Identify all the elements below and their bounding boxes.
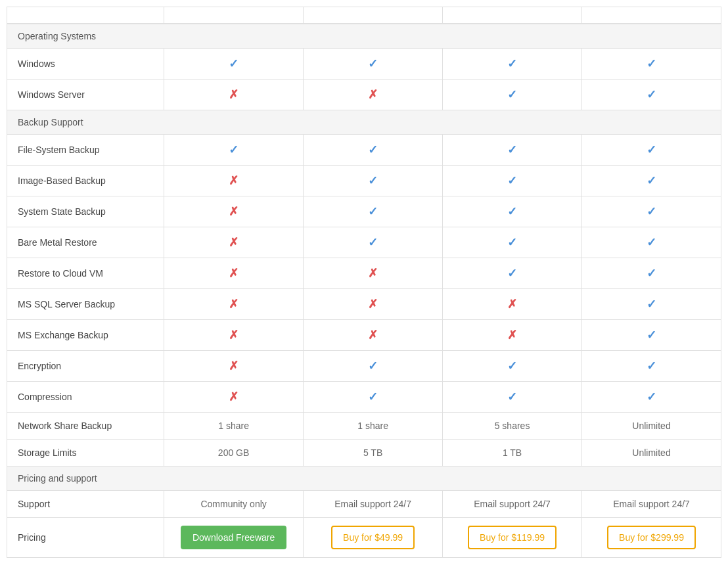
feature-row: SupportCommunity onlyEmail support 24/7E… <box>7 491 721 518</box>
feature-cell-0: 200 GB <box>164 440 304 467</box>
cross-icon: ✗ <box>507 298 517 311</box>
feature-row: Compression✗✓✓✓ <box>7 382 721 413</box>
header-windows-server <box>443 7 582 24</box>
cell-text: 5 TB <box>363 447 382 458</box>
cross-icon: ✗ <box>229 205 239 218</box>
check-icon: ✓ <box>647 174 656 187</box>
feature-cell-0: 1 share <box>164 413 304 440</box>
feature-cell-2: ✓ <box>443 49 582 80</box>
feature-label: Storage Limits <box>7 440 164 467</box>
check-icon: ✓ <box>368 390 378 403</box>
feature-cell-1: ✓ <box>304 196 443 227</box>
feature-cell-3: ✓ <box>582 351 721 382</box>
cell-text: 1 share <box>357 421 388 431</box>
feature-cell-2: ✗ <box>443 320 582 351</box>
download-freeware-button[interactable]: Download Freeware <box>181 526 286 549</box>
feature-cell-0: ✗ <box>164 382 304 413</box>
pricing-row: PricingDownload FreewareBuy for $49.99Bu… <box>7 518 721 558</box>
feature-cell-1: Email support 24/7 <box>304 491 443 518</box>
feature-cell-1: ✗ <box>304 80 443 110</box>
feature-cell-1: ✗ <box>304 258 443 289</box>
section-header-label: Pricing and support <box>7 467 721 491</box>
feature-cell-0: ✓ <box>164 135 304 166</box>
cell-text: Unlimited <box>632 447 670 458</box>
section-header-label: Operating Systems <box>7 24 721 49</box>
feature-row: Bare Metal Restore✗✓✓✓ <box>7 227 721 258</box>
feature-cell-2: ✓ <box>443 196 582 227</box>
check-icon: ✓ <box>647 298 656 311</box>
pricing-cell-3: Buy for $299.99 <box>582 518 721 558</box>
check-icon: ✓ <box>368 359 378 373</box>
feature-cell-2: 1 TB <box>443 440 582 467</box>
feature-cell-3: Email support 24/7 <box>582 491 721 518</box>
feature-row: Restore to Cloud VM✗✗✓✓ <box>7 258 721 289</box>
feature-label: Restore to Cloud VM <box>7 258 164 289</box>
feature-label: Image-Based Backup <box>7 166 164 196</box>
feature-label: File-System Backup <box>7 135 164 166</box>
feature-cell-1: ✓ <box>304 166 443 196</box>
feature-cell-2: ✗ <box>443 289 582 320</box>
feature-cell-1: ✓ <box>304 382 443 413</box>
cell-text: 1 share <box>218 421 249 431</box>
check-icon: ✓ <box>647 57 656 70</box>
check-icon: ✓ <box>647 88 656 101</box>
cross-icon: ✗ <box>368 298 378 311</box>
feature-row: Encryption✗✓✓✓ <box>7 351 721 382</box>
check-icon: ✓ <box>507 143 517 156</box>
check-icon: ✓ <box>507 236 517 249</box>
feature-label: MS SQL Server Backup <box>7 289 164 320</box>
cell-text: Email support 24/7 <box>474 499 551 509</box>
feature-cell-2: ✓ <box>443 135 582 166</box>
check-icon: ✓ <box>368 57 378 70</box>
check-icon: ✓ <box>647 205 656 218</box>
check-icon: ✓ <box>647 143 656 156</box>
feature-cell-3: ✓ <box>582 196 721 227</box>
feature-cell-1: ✗ <box>304 320 443 351</box>
feature-label: MS Exchange Backup <box>7 320 164 351</box>
check-icon: ✓ <box>647 236 656 249</box>
cross-icon: ✗ <box>368 267 378 280</box>
feature-cell-2: 5 shares <box>443 413 582 440</box>
cell-text: 5 shares <box>495 421 530 431</box>
feature-cell-3: ✓ <box>582 49 721 80</box>
feature-cell-1: ✗ <box>304 289 443 320</box>
cross-icon: ✗ <box>229 298 239 311</box>
feature-cell-3: Unlimited <box>582 440 721 467</box>
check-icon: ✓ <box>647 267 656 280</box>
comparison-table: Operating SystemsWindows✓✓✓✓Windows Serv… <box>7 7 721 558</box>
feature-cell-0: ✗ <box>164 351 304 382</box>
feature-cell-1: 1 share <box>304 413 443 440</box>
feature-cell-3: Unlimited <box>582 413 721 440</box>
pricing-cell-1: Buy for $49.99 <box>304 518 443 558</box>
feature-label: System State Backup <box>7 196 164 227</box>
feature-cell-2: ✓ <box>443 258 582 289</box>
feature-row: File-System Backup✓✓✓✓ <box>7 135 721 166</box>
feature-cell-2: ✓ <box>443 166 582 196</box>
buy-button-2[interactable]: Buy for $119.99 <box>468 526 557 549</box>
feature-row: MS SQL Server Backup✗✗✗✓ <box>7 289 721 320</box>
feature-row: Network Share Backup1 share1 share5 shar… <box>7 413 721 440</box>
header-windows-free <box>164 7 304 24</box>
cross-icon: ✗ <box>229 390 239 403</box>
check-icon: ✓ <box>647 359 656 373</box>
feature-cell-3: ✓ <box>582 289 721 320</box>
cross-icon: ✗ <box>229 267 239 280</box>
feature-cell-0: ✓ <box>164 49 304 80</box>
feature-cell-0: ✗ <box>164 320 304 351</box>
feature-cell-3: ✓ <box>582 80 721 110</box>
check-icon: ✓ <box>368 143 378 156</box>
feature-label: Pricing <box>7 518 164 558</box>
feature-cell-1: 5 TB <box>304 440 443 467</box>
cross-icon: ✗ <box>229 329 239 342</box>
cross-icon: ✗ <box>229 88 239 101</box>
feature-cell-0: Community only <box>164 491 304 518</box>
buy-button-3[interactable]: Buy for $299.99 <box>607 526 696 549</box>
feature-cell-1: ✓ <box>304 351 443 382</box>
feature-cell-3: ✓ <box>582 135 721 166</box>
check-icon: ✓ <box>507 390 517 403</box>
feature-cell-0: ✗ <box>164 166 304 196</box>
feature-cell-0: ✗ <box>164 196 304 227</box>
buy-button-1[interactable]: Buy for $49.99 <box>331 526 415 549</box>
feature-cell-2: ✓ <box>443 382 582 413</box>
header-feature <box>7 7 164 24</box>
